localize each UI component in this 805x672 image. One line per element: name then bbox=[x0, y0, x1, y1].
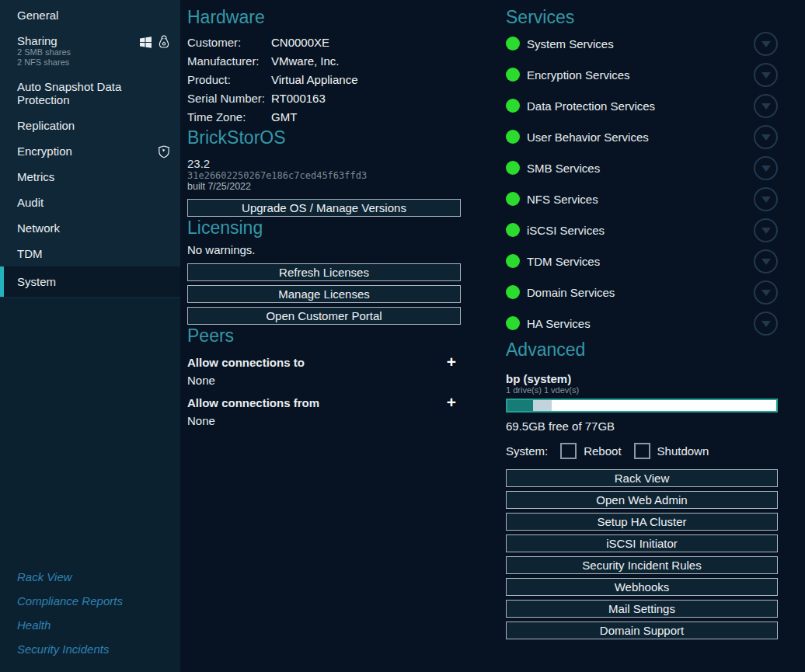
peer-group-label: Allow connections from bbox=[187, 396, 319, 409]
pool-name: bp (system) bbox=[506, 372, 778, 385]
windows-smb-icon bbox=[139, 36, 152, 49]
sidebar-item-network[interactable]: Network bbox=[0, 215, 180, 241]
open-web-admin-button[interactable]: Open Web Admin bbox=[506, 491, 778, 509]
reboot-label: Reboot bbox=[584, 444, 621, 458]
sidebar-item-tdm[interactable]: TDM bbox=[0, 241, 180, 266]
chevron-down-icon bbox=[761, 290, 771, 296]
service-expand-button[interactable] bbox=[754, 312, 778, 336]
service-status-dot bbox=[506, 316, 520, 330]
service-label: User Behavior Services bbox=[527, 131, 754, 144]
hardware-row: Time Zone: GMT bbox=[187, 108, 461, 127]
service-expand-button[interactable] bbox=[754, 187, 778, 211]
hardware-row-value: CN0000XE bbox=[271, 33, 329, 52]
hardware-row: Product: Virtual Appliance bbox=[187, 71, 461, 89]
service-expand-button[interactable] bbox=[754, 32, 778, 56]
peer-group-value: None bbox=[187, 414, 461, 427]
os-build-date: built 7/25/2022 bbox=[187, 181, 461, 193]
service-expand-button[interactable] bbox=[754, 218, 778, 242]
linux-nfs-icon bbox=[158, 35, 170, 49]
service-row: iSCSI Services bbox=[506, 214, 778, 245]
manage-licenses-button[interactable]: Manage Licenses bbox=[187, 285, 461, 303]
service-expand-button[interactable] bbox=[754, 156, 778, 180]
hardware-row-label: Customer: bbox=[187, 33, 271, 52]
shutdown-checkbox[interactable] bbox=[634, 443, 650, 459]
sidebar-item-metrics[interactable]: Metrics bbox=[0, 164, 180, 190]
os-version: 23.2 bbox=[187, 157, 461, 170]
hardware-row-value: RT000163 bbox=[271, 89, 326, 108]
iscsi-initiator-button[interactable]: iSCSI Initiator bbox=[506, 534, 778, 552]
chevron-down-icon bbox=[761, 321, 771, 327]
pool-used-segment bbox=[507, 400, 533, 411]
pool-detail: 1 drive(s) 1 vdev(s) bbox=[506, 385, 778, 395]
service-label: Data Protection Services bbox=[527, 99, 754, 113]
system-power-row: System: Reboot Shutdown bbox=[506, 443, 778, 459]
chevron-down-icon bbox=[761, 165, 771, 172]
hardware-row-label: Product: bbox=[187, 71, 271, 89]
service-status-dot bbox=[506, 223, 520, 237]
sidebar-item-label: Replication bbox=[17, 119, 75, 132]
hardware-row: Manufacturer: VMware, Inc. bbox=[187, 52, 461, 71]
chevron-down-icon bbox=[761, 41, 771, 47]
open-customer-portal-button[interactable]: Open Customer Portal bbox=[187, 307, 461, 325]
service-expand-button[interactable] bbox=[754, 249, 778, 273]
service-row: NFS Services bbox=[506, 183, 778, 214]
link-health[interactable]: Health bbox=[0, 613, 180, 637]
sidebar-item-auto-snapshot[interactable]: Auto Snapshot Data Protection bbox=[0, 74, 180, 113]
shield-icon bbox=[158, 145, 170, 158]
pool-snapshot-segment bbox=[533, 400, 552, 411]
add-peer-connection-to-icon[interactable]: + bbox=[447, 355, 456, 369]
os-build-hash: 31e26602250267e186c7ced45f63ffd3 bbox=[187, 170, 461, 181]
mail-settings-button[interactable]: Mail Settings bbox=[506, 600, 778, 618]
chevron-down-icon bbox=[761, 259, 771, 265]
service-row: TDM Services bbox=[506, 245, 778, 277]
sidebar-item-replication[interactable]: Replication bbox=[0, 113, 180, 138]
service-label: NFS Services bbox=[527, 193, 754, 206]
sidebar-item-system[interactable]: System bbox=[0, 266, 180, 297]
peer-group-label: Allow connections to bbox=[187, 356, 305, 369]
hardware-row-value: VMware, Inc. bbox=[271, 52, 340, 71]
service-status-dot bbox=[506, 285, 520, 299]
sidebar-item-label: Sharing bbox=[17, 34, 57, 47]
sidebar-item-general[interactable]: General bbox=[0, 2, 180, 28]
main-content: Hardware Customer: CN0000XE Manufacturer… bbox=[180, 0, 805, 672]
rack-view-button[interactable]: Rack View bbox=[506, 469, 778, 487]
service-expand-button[interactable] bbox=[754, 63, 778, 87]
sidebar-item-label: Encryption bbox=[17, 144, 72, 158]
sidebar-item-label: Metrics bbox=[17, 170, 54, 183]
security-incident-rules-button[interactable]: Security Incident Rules bbox=[506, 556, 778, 574]
hardware-row: Serial Number: RT000163 bbox=[187, 89, 461, 108]
add-peer-connection-from-icon[interactable]: + bbox=[447, 395, 456, 409]
licensing-section-title: Licensing bbox=[187, 217, 461, 239]
upgrade-os-button[interactable]: Upgrade OS / Manage Versions bbox=[187, 199, 461, 217]
advanced-section-title: Advanced bbox=[506, 339, 778, 360]
service-row: HA Services bbox=[506, 308, 778, 339]
sidebar-item-label: General bbox=[17, 9, 58, 22]
refresh-licenses-button[interactable]: Refresh Licenses bbox=[187, 263, 461, 281]
sidebar-item-encryption[interactable]: Encryption bbox=[0, 138, 180, 164]
sidebar-item-audit[interactable]: Audit bbox=[0, 190, 180, 215]
sidebar: General Sharing 2 S bbox=[0, 0, 180, 672]
service-expand-button[interactable] bbox=[754, 94, 778, 118]
hardware-row-label: Serial Number: bbox=[187, 89, 271, 108]
sidebar-item-label: System bbox=[17, 275, 56, 288]
sidebar-item-label: TDM bbox=[17, 247, 43, 260]
sidebar-item-label: Auto Snapshot Data Protection bbox=[17, 80, 121, 106]
service-expand-button[interactable] bbox=[754, 125, 778, 149]
chevron-down-icon bbox=[761, 134, 771, 141]
link-rack-view[interactable]: Rack View bbox=[0, 565, 180, 589]
sidebar-item-label: Audit bbox=[17, 196, 44, 209]
hardware-row-label: Time Zone: bbox=[187, 108, 271, 127]
setup-ha-cluster-button[interactable]: Setup HA Cluster bbox=[506, 513, 778, 531]
chevron-down-icon bbox=[761, 103, 771, 110]
service-label: TDM Services bbox=[527, 255, 754, 268]
sidebar-item-sharing[interactable]: Sharing 2 SMB shares 2 NFS sh bbox=[0, 28, 180, 74]
hardware-table: Customer: CN0000XE Manufacturer: VMware,… bbox=[187, 33, 461, 127]
domain-support-button[interactable]: Domain Support bbox=[506, 622, 778, 639]
link-security-incidents[interactable]: Security Incidents bbox=[0, 637, 180, 661]
reboot-checkbox[interactable] bbox=[560, 443, 577, 459]
shutdown-label: Shutdown bbox=[657, 444, 709, 458]
webhooks-button[interactable]: Webhooks bbox=[506, 578, 778, 596]
service-expand-button[interactable] bbox=[754, 280, 778, 305]
service-row: Data Protection Services bbox=[506, 90, 778, 121]
link-compliance-reports[interactable]: Compliance Reports bbox=[0, 589, 180, 613]
